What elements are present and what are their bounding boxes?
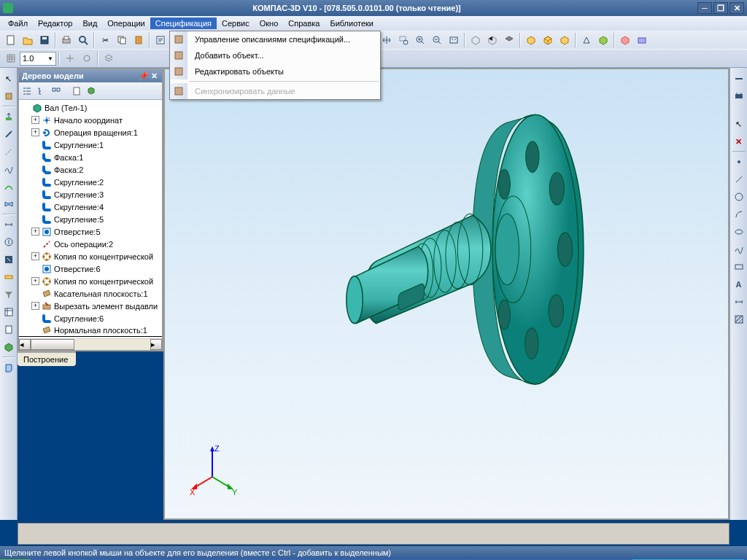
axis-tool[interactable] — [1, 144, 17, 160]
zoom-window-button[interactable] — [395, 32, 411, 48]
tree-doc-button[interactable] — [70, 85, 83, 98]
r-circle-tool[interactable] — [731, 189, 747, 205]
layers-button[interactable] — [101, 50, 117, 66]
simplify-button[interactable] — [634, 32, 650, 48]
tree-expander-icon[interactable]: + — [31, 277, 39, 285]
extrude-tool[interactable] — [1, 109, 17, 125]
zoom-all-button[interactable] — [446, 32, 462, 48]
r-text-tool[interactable]: A — [731, 276, 747, 292]
tree-view1-button[interactable] — [20, 85, 34, 98]
r-select-tool[interactable]: ↖ — [731, 116, 747, 132]
save-button[interactable] — [36, 32, 53, 48]
tree-h-scrollbar[interactable]: ◂▸ — [19, 338, 162, 350]
paste-button[interactable] — [131, 32, 147, 48]
tree-node[interactable]: +Начало координат — [19, 114, 162, 126]
tree-node[interactable]: +Вырезать элемент выдавли — [19, 300, 162, 312]
snap-2-button[interactable] — [79, 50, 95, 66]
dimension-tool[interactable] — [1, 217, 17, 233]
tree-node[interactable]: Скругление:3 — [19, 188, 162, 201]
print-button[interactable] — [58, 32, 74, 48]
report-tool[interactable] — [1, 322, 17, 338]
tree-expander-icon[interactable]: + — [31, 116, 39, 124]
tree-node[interactable]: Скругление:4 — [19, 201, 162, 213]
symbol-tool[interactable] — [1, 234, 17, 250]
spec-tool[interactable] — [1, 304, 17, 320]
menu-Сервис[interactable]: Сервис — [217, 18, 255, 29]
model-tree[interactable]: Вал (Тел-1)+Начало координат+Операция вр… — [19, 100, 162, 338]
new-file-button[interactable] — [3, 32, 19, 48]
tree-expander-icon[interactable]: + — [31, 302, 39, 310]
section-button[interactable] — [595, 32, 611, 48]
r-hatch-tool[interactable] — [731, 311, 747, 327]
r-ellipse-tool[interactable] — [731, 224, 747, 240]
r-spline2-tool[interactable] — [731, 241, 747, 257]
surface-tool[interactable] — [1, 196, 17, 212]
grid-button[interactable] — [3, 50, 19, 66]
3d-viewport[interactable]: Z X Y — [163, 68, 729, 520]
tree-node[interactable]: Нормальная плоскость:1 — [19, 324, 162, 337]
zoom-out-button[interactable] — [429, 32, 445, 48]
line-weight-input[interactable]: ▼ — [20, 52, 56, 66]
measure-tool[interactable] — [1, 269, 17, 285]
panel-tab-build[interactable]: Построение — [18, 351, 76, 366]
tree-node[interactable]: +Копия по концентрической — [19, 250, 162, 262]
tree-node[interactable]: Скругление:6 — [19, 312, 162, 324]
tree-expander-icon[interactable]: + — [31, 228, 39, 236]
window-close-button[interactable]: ✕ — [729, 2, 744, 14]
snap-1-button[interactable] — [62, 50, 78, 66]
tree-expander-icon[interactable]: + — [31, 252, 39, 260]
line-tool[interactable] — [1, 126, 17, 142]
curve-tool[interactable] — [1, 179, 17, 195]
bottom-property-panel[interactable] — [18, 523, 729, 545]
open-button[interactable] — [20, 32, 36, 48]
part-tool[interactable] — [1, 339, 17, 355]
menu-Спецификация[interactable]: Спецификация — [150, 18, 217, 29]
panel-pin-button[interactable]: 📌 — [139, 71, 149, 81]
pan-button[interactable] — [379, 32, 395, 48]
tree-node[interactable]: +Операция вращения:1 — [19, 126, 162, 139]
shade-wireframe-button[interactable] — [523, 32, 539, 48]
menu-Вид[interactable]: Вид — [77, 18, 102, 29]
tree-node[interactable]: Фаска:2 — [19, 163, 162, 176]
menu-Редактор[interactable]: Редактор — [33, 18, 77, 29]
r-tool-1[interactable] — [731, 71, 747, 87]
sheet-tool[interactable] — [1, 359, 17, 376]
tree-node[interactable]: +Отверстие:5 — [19, 225, 162, 238]
copy-button[interactable] — [114, 32, 130, 48]
window-restore-button[interactable]: ❐ — [713, 2, 728, 14]
cut-button[interactable]: ✂ — [97, 32, 113, 48]
r-cancel-tool[interactable]: ✕ — [731, 133, 747, 149]
r-line-tool[interactable] — [731, 171, 747, 187]
menu-Операции[interactable]: Операции — [102, 18, 150, 29]
menu-Файл[interactable]: Файл — [3, 18, 33, 29]
tree-node[interactable]: Ось операции:2 — [19, 238, 162, 250]
filter-tool[interactable] — [1, 287, 17, 303]
r-arc-tool[interactable] — [731, 206, 747, 222]
view-front-button[interactable] — [484, 32, 500, 48]
menu-item[interactable]: Управление описаниями спецификаций... — [170, 31, 380, 47]
properties-button[interactable] — [152, 32, 169, 48]
r-tool-2[interactable] — [731, 88, 747, 104]
select-tool[interactable]: ↖ — [1, 71, 17, 87]
r-rect-tool[interactable] — [731, 259, 747, 275]
menu-item[interactable]: Добавить объект... — [170, 47, 380, 63]
tree-view3-button[interactable] — [50, 85, 63, 98]
tree-node[interactable]: Скругление:2 — [19, 176, 162, 188]
menubar[interactable]: ФайлРедакторВидОперацииСпецификацияСерви… — [0, 16, 747, 31]
tree-view2-button[interactable] — [35, 85, 48, 98]
r-dim-tool[interactable] — [731, 294, 747, 310]
menu-Окно[interactable]: Окно — [255, 18, 284, 29]
edit-tool[interactable] — [1, 252, 17, 268]
shade-solid-button[interactable] — [557, 32, 573, 48]
window-minimize-button[interactable]: ─ — [697, 2, 712, 14]
tree-node[interactable]: Скругление:5 — [19, 213, 162, 225]
sketch-tool[interactable] — [1, 88, 17, 104]
menu-item[interactable]: Редактировать объекты — [170, 63, 380, 79]
spline-tool[interactable] — [1, 161, 17, 177]
tree-node[interactable]: Скругление:1 — [19, 139, 162, 151]
view-iso-button[interactable] — [468, 32, 484, 48]
tree-part-button[interactable] — [85, 85, 98, 98]
tree-expander-icon[interactable]: + — [31, 128, 39, 136]
perspective-button[interactable] — [578, 32, 595, 48]
tree-node[interactable]: Касательная плоскость:1 — [19, 287, 162, 300]
